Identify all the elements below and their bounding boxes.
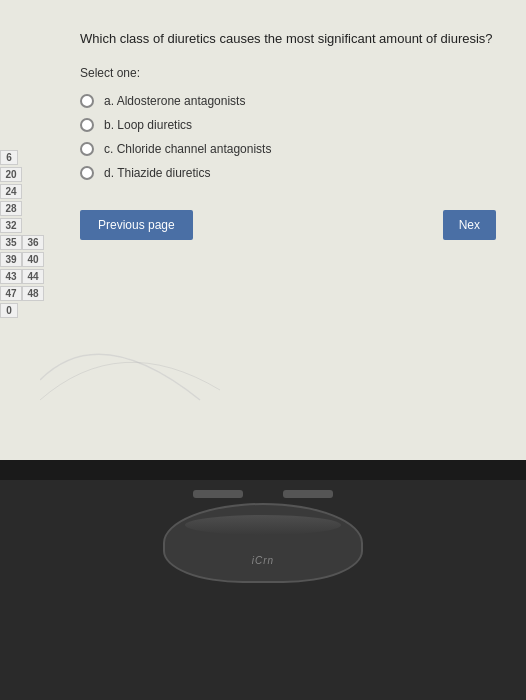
curve-decoration bbox=[40, 300, 220, 420]
num-row-6: 6 bbox=[0, 150, 55, 165]
num-cell-43: 43 bbox=[0, 269, 22, 284]
monitor-bezel bbox=[0, 460, 526, 480]
num-cell: 28 bbox=[0, 201, 22, 216]
num-cell: 32 bbox=[0, 218, 22, 233]
stand-base: iCrn bbox=[163, 503, 363, 583]
num-cell-36: 36 bbox=[22, 235, 44, 250]
num-cell-35: 35 bbox=[0, 235, 22, 250]
option-c-text: c. Chloride channel antagonists bbox=[104, 142, 271, 156]
num-cell-0: 0 bbox=[0, 303, 18, 318]
select-label: Select one: bbox=[80, 66, 496, 80]
stand-base-shine bbox=[185, 515, 341, 535]
option-b[interactable]: b. Loop diuretics bbox=[80, 118, 496, 132]
stand-bar-right bbox=[283, 490, 333, 498]
num-row-47-48: 47 48 bbox=[0, 286, 55, 301]
num-row-32: 32 bbox=[0, 218, 55, 233]
num-row-28: 28 bbox=[0, 201, 55, 216]
option-d-text: d. Thiazide diuretics bbox=[104, 166, 211, 180]
num-cell: 6 bbox=[0, 150, 18, 165]
num-cell-40: 40 bbox=[22, 252, 44, 267]
num-cell-47: 47 bbox=[0, 286, 22, 301]
num-row-20: 20 bbox=[0, 167, 55, 182]
radio-d[interactable] bbox=[80, 166, 94, 180]
options-list: a. Aldosterone antagonists b. Loop diure… bbox=[80, 94, 496, 180]
num-cell-44: 44 bbox=[22, 269, 44, 284]
question-text: Which class of diuretics causes the most… bbox=[80, 30, 496, 48]
num-row-43-44: 43 44 bbox=[0, 269, 55, 284]
stand-neck bbox=[193, 490, 333, 498]
radio-c[interactable] bbox=[80, 142, 94, 156]
next-page-button[interactable]: Nex bbox=[443, 210, 496, 240]
num-cell-39: 39 bbox=[0, 252, 22, 267]
radio-b[interactable] bbox=[80, 118, 94, 132]
num-row-35-36: 35 36 bbox=[0, 235, 55, 250]
main-content: Which class of diuretics causes the most… bbox=[60, 10, 516, 260]
num-row-0: 0 bbox=[0, 303, 55, 318]
option-d[interactable]: d. Thiazide diuretics bbox=[80, 166, 496, 180]
monitor-stand: iCrn bbox=[0, 480, 526, 700]
num-cell: 20 bbox=[0, 167, 22, 182]
nav-buttons: Previous page Nex bbox=[80, 210, 496, 240]
left-sidebar: 6 20 24 28 32 35 36 39 40 43 44 47 48 bbox=[0, 0, 55, 460]
num-cell-48: 48 bbox=[22, 286, 44, 301]
num-row-39-40: 39 40 bbox=[0, 252, 55, 267]
option-a[interactable]: a. Aldosterone antagonists bbox=[80, 94, 496, 108]
stand-bar-left bbox=[193, 490, 243, 498]
num-cell: 24 bbox=[0, 184, 22, 199]
num-row-24: 24 bbox=[0, 184, 55, 199]
option-b-text: b. Loop diuretics bbox=[104, 118, 192, 132]
option-a-text: a. Aldosterone antagonists bbox=[104, 94, 245, 108]
previous-page-button[interactable]: Previous page bbox=[80, 210, 193, 240]
screen: 6 20 24 28 32 35 36 39 40 43 44 47 48 bbox=[0, 0, 526, 460]
option-c[interactable]: c. Chloride channel antagonists bbox=[80, 142, 496, 156]
radio-a[interactable] bbox=[80, 94, 94, 108]
brand-label: iCrn bbox=[252, 555, 274, 566]
